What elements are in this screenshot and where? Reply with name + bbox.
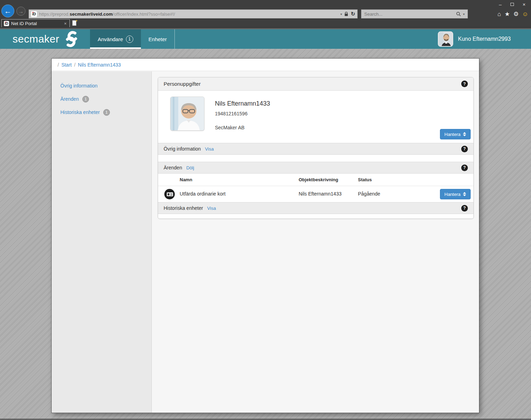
id-card-icon: [164, 189, 175, 199]
count-badge: 1: [103, 109, 110, 116]
app-nav: Användare 1 Enheter: [90, 29, 175, 49]
hide-link[interactable]: Dölj: [186, 165, 194, 170]
case-object: Nils Efternamn1433: [299, 191, 342, 197]
url-bar[interactable]: iD https://preprod.secmakerliveid.com/of…: [29, 9, 358, 18]
app-header: secmaker Användare 1 Enheter Kuno Eftern…: [0, 29, 531, 49]
section-historiska-enheter: Historiska enheter Visa ?: [158, 202, 473, 214]
tab-close-icon[interactable]: ×: [63, 21, 67, 26]
help-icon[interactable]: ?: [461, 205, 468, 212]
column-header-namn: Namn: [180, 177, 192, 182]
window-body: Övrig information Ärenden 1 Historiska e…: [52, 71, 479, 413]
favicon-dot: [5, 22, 6, 23]
breadcrumb-separator: /: [74, 62, 75, 68]
feedback-smiley-icon[interactable]: ☺: [522, 11, 528, 17]
sidebar-item-label[interactable]: Historiska enheter: [60, 109, 100, 115]
sidebar-item-arenden[interactable]: Ärenden 1: [52, 92, 151, 106]
sidebar-item-label[interactable]: Ärenden: [60, 96, 79, 102]
new-tab-page-icon: [72, 20, 76, 26]
refresh-icon[interactable]: ↻: [351, 11, 355, 17]
settings-gear-icon[interactable]: ⚙: [513, 11, 518, 17]
logo-text: secmaker: [13, 33, 59, 45]
section-title: Övrig information: [164, 146, 201, 152]
nav-tab-label: Enheter: [149, 36, 167, 42]
favorites-star-icon[interactable]: ★: [504, 11, 510, 17]
url-text: https://preprod.secmakerliveid.com/offic…: [39, 12, 340, 17]
breadcrumb-link-start[interactable]: Start: [61, 62, 72, 68]
section-spacer: [158, 155, 473, 162]
search-dropdown-icon[interactable]: ▾: [463, 12, 465, 16]
minimize-button[interactable]: –: [495, 1, 505, 8]
nav-tab-anvandare[interactable]: Användare 1: [90, 29, 141, 49]
manage-case-button[interactable]: Hantera: [440, 189, 471, 199]
panel-title: Personuppgifter: [164, 81, 201, 87]
main-content: Personuppgifter ? Nils Efternamn1433 194…: [152, 71, 479, 413]
case-table-row: Utfärda ordinarie kort Nils Efternamn143…: [158, 186, 473, 202]
close-button[interactable]: ×: [519, 1, 529, 8]
count-badge: 1: [82, 96, 89, 102]
show-link[interactable]: Visa: [207, 206, 216, 211]
updown-arrows-icon: [463, 132, 466, 136]
url-dropdown-icon[interactable]: ▾: [340, 12, 342, 16]
panel-header: Personuppgifter ?: [158, 77, 473, 91]
person-number: 194812161596: [215, 111, 247, 116]
show-link[interactable]: Visa: [205, 146, 214, 152]
sidebar-item-historiska-enheter[interactable]: Historiska enheter 1: [52, 106, 151, 119]
help-icon[interactable]: ?: [461, 81, 468, 87]
back-button[interactable]: ←: [1, 5, 14, 17]
case-status: Pågående: [358, 191, 380, 197]
url-domain: secmakerliveid.com: [69, 12, 113, 17]
title-bar: – ×: [0, 0, 531, 9]
search-input[interactable]: [364, 12, 456, 17]
cases-table-header: Namn Objektbeskrivning Status: [158, 174, 473, 186]
panel-footer: [158, 214, 473, 219]
secmaker-logo[interactable]: secmaker: [13, 29, 80, 49]
user-name: Kuno Efternamn2993: [458, 36, 511, 42]
user-avatar: [438, 31, 453, 47]
tab-title: Net iD Portal: [11, 21, 63, 26]
manage-button-label: Hantera: [444, 132, 461, 137]
search-icon[interactable]: [456, 12, 461, 16]
home-icon[interactable]: ⌂: [498, 11, 501, 17]
column-header-objektbeskrivning: Objektbeskrivning: [299, 177, 338, 182]
section-arenden: Ärenden Dölj ?: [158, 162, 473, 174]
window-controls: – ×: [495, 0, 529, 9]
updown-arrows-icon: [463, 192, 466, 196]
manage-person-button[interactable]: Hantera: [440, 129, 471, 139]
person-panel: Personuppgifter ? Nils Efternamn1433 194…: [158, 77, 474, 219]
lock-icon: [344, 12, 348, 16]
current-user[interactable]: Kuno Efternamn2993: [438, 29, 511, 49]
browser-tab[interactable]: iD Net iD Portal ×: [1, 19, 70, 27]
help-icon[interactable]: ?: [461, 165, 468, 171]
address-bar-row: ← → iD https://preprod.secmakerliveid.co…: [0, 9, 531, 19]
sidebar-item-ovrig-information[interactable]: Övrig information: [52, 79, 151, 92]
nav-tab-badge: 1: [126, 36, 133, 43]
app-content-window: / Start / Nils Efternamn1433 Övrig infor…: [52, 59, 479, 413]
back-icon: ←: [4, 7, 12, 15]
forward-icon: →: [18, 8, 24, 14]
person-organization: SecMaker AB: [215, 125, 245, 130]
breadcrumb-separator: /: [58, 62, 59, 68]
page-background: / Start / Nils Efternamn1433 Övrig infor…: [0, 49, 531, 420]
section-ovrig-information: Övrig information Visa ?: [158, 143, 473, 155]
person-photo: [170, 97, 204, 131]
browser-toolbar-icons: ⌂ ★ ⚙ ☺: [498, 9, 528, 19]
sidebar: Övrig information Ärenden 1 Historiska e…: [52, 71, 152, 413]
person-name: Nils Efternamn1433: [215, 100, 270, 107]
nav-tab-enheter[interactable]: Enheter: [141, 29, 175, 49]
forward-button[interactable]: →: [16, 7, 25, 16]
maximize-button[interactable]: [507, 1, 517, 8]
manage-button-label: Hantera: [444, 192, 461, 197]
favicon-dot: [32, 12, 33, 13]
sidebar-item-label[interactable]: Övrig information: [60, 83, 98, 89]
column-header-status: Status: [358, 177, 372, 182]
breadcrumb-link-person[interactable]: Nils Efternamn1433: [78, 62, 121, 68]
search-box[interactable]: ▾: [361, 9, 468, 18]
site-favicon: iD: [31, 11, 37, 17]
section-title: Historiska enheter: [164, 205, 203, 211]
help-icon[interactable]: ?: [461, 146, 468, 152]
new-tab-button[interactable]: [72, 20, 78, 26]
tab-strip: iD Net iD Portal ×: [0, 19, 531, 27]
tab-favicon: iD: [4, 21, 9, 26]
breadcrumb: / Start / Nils Efternamn1433: [52, 59, 479, 71]
nav-tab-label: Användare: [98, 36, 123, 42]
